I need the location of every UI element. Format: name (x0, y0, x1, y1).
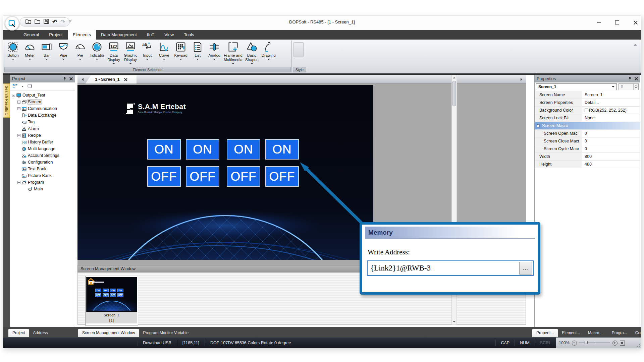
minimize-icon[interactable] (597, 22, 601, 23)
ribbon-item-bar[interactable]: Bar (39, 41, 54, 61)
ribbon-item-drawing[interactable]: Drawing (261, 41, 276, 61)
property-row[interactable]: Background ColorRGB(252, 252, 252) (535, 107, 640, 114)
tree-item-picture-bank[interactable]: Picture Bank (10, 172, 75, 179)
collapse-group-icon[interactable]: − (537, 124, 540, 127)
element-index-spinner[interactable]: 0 (619, 83, 639, 90)
property-row[interactable]: Screen Cycle Macr0 (535, 145, 640, 153)
property-row[interactable]: Screen Close Macr0 (535, 137, 640, 145)
tab-elements[interactable]: Elements (68, 30, 96, 40)
tab-component-panel[interactable]: Compo... (631, 329, 644, 337)
hmi-on-button-3[interactable]: ON (227, 139, 260, 160)
ribbon-item-pie[interactable]: Pie (73, 41, 88, 61)
tree-item-recipe[interactable]: + Recipe (10, 132, 75, 139)
scroll-tabs-left-icon[interactable] (80, 78, 84, 81)
tree-item-output-test[interactable]: − Output_Test (10, 92, 75, 99)
hmi-off-button-2[interactable]: OFF (186, 166, 219, 187)
save-icon[interactable] (44, 19, 49, 25)
tab-address-panel[interactable]: Address (29, 329, 52, 337)
zoom-slider[interactable] (579, 343, 610, 344)
ribbon-item-list[interactable]: List (190, 41, 205, 61)
tab-iiot[interactable]: IIoT (142, 30, 159, 40)
hmi-on-button-1[interactable]: ON (147, 139, 181, 160)
tree-item-communication[interactable]: + Communication (10, 105, 75, 112)
zoom-out-icon[interactable] (572, 341, 577, 346)
ribbon-item-curve[interactable]: Curve (157, 41, 171, 61)
close-panel-icon[interactable] (635, 77, 638, 80)
tab-tools[interactable]: Tools (179, 30, 199, 40)
property-row[interactable]: Height480 (535, 161, 640, 168)
new-project-icon[interactable] (25, 19, 31, 25)
zoom-slider-thumb[interactable] (585, 341, 588, 345)
zoom-in-icon[interactable] (612, 341, 618, 346)
tab-program-monitor-variable[interactable]: Program Monitor Variable (139, 329, 193, 337)
property-row[interactable]: Width800 (535, 153, 640, 161)
undo-icon[interactable]: ↶ (52, 19, 57, 25)
expander-icon[interactable]: − (17, 181, 20, 184)
hmi-off-button-4[interactable]: OFF (265, 166, 299, 187)
hmi-screen-canvas[interactable]: S.A.M Ertebat Sana Rivande Madiyar Erteb… (77, 85, 373, 260)
tab-program-panel[interactable]: Progra... (608, 329, 631, 337)
ribbon-item-indicator[interactable]: Indicator (90, 41, 104, 61)
ribbon-item-button[interactable]: Button (6, 41, 20, 61)
property-row[interactable]: Screen NameScreen_1 (535, 91, 640, 99)
tab-project-panel[interactable]: Project (8, 329, 29, 337)
rename-icon[interactable] (28, 83, 33, 89)
maximize-icon[interactable] (615, 20, 619, 24)
tree-item-tag[interactable]: Tag (10, 119, 75, 125)
fit-screen-icon[interactable] (620, 341, 625, 346)
tree-item-history-buffer[interactable]: History Buffer (10, 139, 75, 145)
spin-down-icon[interactable] (635, 87, 637, 89)
tree-item-main[interactable]: Main (10, 186, 75, 192)
tab-macro-panel[interactable]: Macro ... (584, 329, 608, 337)
tab-properties-panel[interactable]: Properti... (532, 329, 558, 337)
tree-item-alarm[interactable]: Alarm (10, 125, 75, 132)
open-project-icon[interactable] (35, 19, 40, 25)
expander-icon[interactable]: + (17, 101, 20, 104)
hmi-off-button-3[interactable]: OFF (227, 166, 260, 187)
tree-item-account-settings[interactable]: Account Settings (10, 152, 75, 159)
ribbon-item-frame-multimedia[interactable]: Frame andMultimedia (224, 41, 243, 66)
ribbon-item-pipe[interactable]: Pipe (56, 41, 71, 61)
scroll-down-icon[interactable] (452, 319, 457, 324)
tree-view-caret-icon[interactable] (21, 86, 23, 88)
property-row[interactable]: Screen Open Mac0 (535, 130, 640, 137)
scrollbar-thumb[interactable] (452, 81, 456, 106)
ribbon-item-analog[interactable]: Analog (207, 41, 222, 61)
app-menu-button[interactable] (5, 16, 19, 31)
property-row[interactable]: Screen Lock BitNone (535, 114, 640, 122)
hmi-on-button-2[interactable]: ON (186, 139, 219, 160)
hmi-off-button-1[interactable]: OFF (147, 166, 181, 187)
pin-icon[interactable] (63, 77, 67, 81)
hmi-on-button-4[interactable]: ON (265, 139, 299, 160)
ribbon-item-meter[interactable]: Meter (22, 41, 37, 61)
ribbon-item-graphic-display[interactable]: GraphicDisplay (123, 41, 138, 66)
property-group-screen-macro[interactable]: −Screen Macro (535, 122, 640, 130)
expander-icon[interactable]: − (12, 94, 15, 97)
element-selector-combo[interactable]: Screen_1 (536, 83, 617, 90)
resize-grip[interactable] (637, 344, 640, 347)
spin-up-icon[interactable] (635, 84, 637, 86)
tree-item-screen[interactable]: + Screen (10, 99, 75, 105)
tree-item-configuration[interactable]: Configuration (10, 159, 75, 166)
ribbon-item-basic-shapes[interactable]: BasicShapes (245, 41, 259, 66)
tab-element-panel[interactable]: Element... (558, 329, 584, 337)
tree-item-multi-language[interactable]: Multi-language (10, 145, 75, 152)
screen-thumbnail[interactable]: ONONONON OFFOFFOFFOFF Screen_1 [1] (85, 276, 138, 325)
ribbon-item-input[interactable]: ab Input (140, 41, 155, 61)
scroll-tabs-right-icon[interactable] (521, 78, 524, 81)
redo-icon[interactable]: ↷ (60, 19, 65, 25)
close-panel-icon[interactable] (69, 77, 73, 80)
tree-item-program[interactable]: − Program (10, 179, 75, 186)
tree-item-data-exchange[interactable]: Data Exchange (10, 112, 75, 119)
collapse-ribbon-icon[interactable] (634, 42, 637, 46)
tab-general[interactable]: General (18, 30, 44, 40)
search-results-tab[interactable]: Search Results 1 (3, 83, 10, 118)
document-tab-screen1[interactable]: 1 - Screen_1 (86, 75, 137, 83)
customize-qat-icon[interactable] (69, 20, 71, 23)
tree-view-icon[interactable] (12, 83, 17, 89)
write-address-field[interactable]: {Link2}1@RWB-3 ... (367, 260, 534, 276)
tab-project[interactable]: Project (44, 30, 67, 40)
ribbon-item-data-display[interactable]: 123 DataDisplay (106, 41, 121, 66)
tree-item-text-bank[interactable]: Aa Text Bank (10, 166, 75, 172)
expander-icon[interactable]: + (17, 134, 20, 137)
